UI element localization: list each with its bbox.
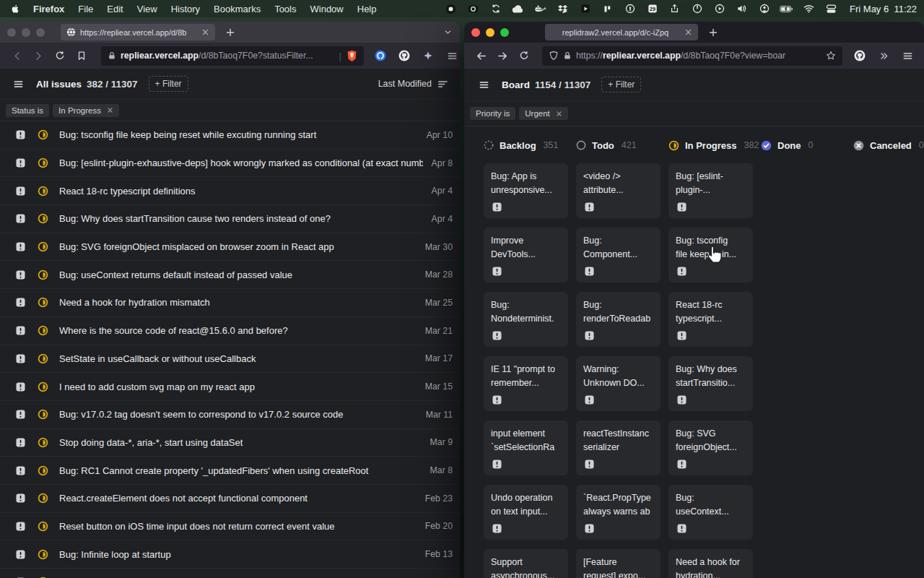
- app-menu-icon[interactable]: [479, 79, 489, 90]
- camera-icon[interactable]: [466, 4, 480, 14]
- cloud-icon[interactable]: [511, 4, 525, 14]
- menu-hamburger-icon[interactable]: [898, 46, 917, 65]
- new-tab-button[interactable]: [708, 27, 718, 38]
- menu-help[interactable]: Help: [357, 4, 377, 14]
- extension-sparkle-icon[interactable]: [419, 46, 437, 65]
- board-card[interactable]: [Feature request] expo...: [576, 549, 661, 578]
- forward-button[interactable]: [493, 46, 512, 65]
- chip-close-icon[interactable]: [556, 111, 562, 117]
- onepassword-extension-icon[interactable]: [371, 46, 390, 65]
- issue-row[interactable]: React.createElement does not accept func…: [0, 485, 460, 513]
- board-card[interactable]: Undo operation on text input...: [484, 485, 568, 540]
- menu-tools[interactable]: Tools: [274, 4, 296, 14]
- minimize-window-button[interactable]: [22, 28, 30, 37]
- menu-bar-clock[interactable]: Fri May 6 11:22: [850, 4, 917, 14]
- reload-button[interactable]: [51, 46, 69, 65]
- play-circle-icon[interactable]: [712, 4, 726, 14]
- issue-row[interactable]: Bug: [eslint-plugin-exhaustive-deps] hoo…: [0, 150, 460, 178]
- user-switch-icon[interactable]: [824, 4, 838, 14]
- menu-view[interactable]: View: [137, 4, 157, 14]
- issue-row[interactable]: [DevTools Bug] Unsupported Bridge operat…: [0, 569, 460, 578]
- filter-chip[interactable]: Status is: [6, 104, 49, 117]
- browser-tab[interactable]: https://repliear.vercel.app/d/8b: [61, 24, 215, 40]
- tab-close-icon[interactable]: [201, 28, 209, 36]
- board-card[interactable]: Bug: Component...: [576, 228, 661, 282]
- filter-chip[interactable]: Priority is: [470, 107, 515, 120]
- minimize-window-button[interactable]: [486, 28, 494, 37]
- board-card[interactable]: Warning: Unknown DO...: [576, 356, 661, 411]
- tab-overflow-chevron-icon[interactable]: [443, 27, 453, 37]
- issue-row[interactable]: React 18-rc typescript definitions Apr 4: [0, 177, 460, 205]
- issue-row[interactable]: Bug: RC1 Cannot create property '_update…: [0, 457, 460, 485]
- issue-row[interactable]: Bug: SVG foreignObject misplaced on brow…: [0, 233, 460, 262]
- battery-charging-icon[interactable]: [780, 5, 793, 13]
- chip-close-icon[interactable]: [107, 107, 113, 113]
- bookmark-icon[interactable]: [72, 46, 91, 65]
- keyhole-circle-icon[interactable]: [623, 4, 637, 14]
- issue-row[interactable]: I need to add custom svg map on my react…: [0, 373, 460, 401]
- add-filter-button[interactable]: + Filter: [601, 77, 641, 92]
- zoom-window-button[interactable]: [36, 28, 45, 37]
- bookmark-star-icon[interactable]: [826, 51, 836, 61]
- reload-button[interactable]: [515, 46, 533, 65]
- menu-window[interactable]: Window: [310, 4, 344, 14]
- github-extension-icon[interactable]: [850, 46, 869, 65]
- dropbox-icon[interactable]: [556, 4, 570, 14]
- board-card[interactable]: <video /> attribute...: [576, 163, 661, 218]
- wifi-icon[interactable]: [802, 4, 816, 13]
- board-card[interactable]: input element `setSelectionRa: [484, 420, 568, 475]
- close-window-button[interactable]: [471, 28, 480, 37]
- issue-row[interactable]: Bug: v17.0.2 tag doesn't seem to corresp…: [0, 401, 460, 429]
- board-card[interactable]: Bug: tsconfig file keep bein...: [668, 228, 753, 282]
- issue-row[interactable]: Bug: useContext returns default instead …: [0, 261, 460, 289]
- issue-row[interactable]: SetState in useCallback or without useCa…: [0, 345, 460, 374]
- board-card[interactable]: reactTestInstanc serializer: [576, 420, 661, 475]
- share-icon[interactable]: [668, 4, 681, 14]
- board-card[interactable]: Bug: App is unresponsive...: [484, 163, 568, 218]
- filter-chip[interactable]: In Progress: [53, 104, 119, 117]
- board-card[interactable]: Bug: Why does startTransitio...: [668, 356, 753, 411]
- board-card[interactable]: Bug: [eslint- plugin-...: [668, 163, 753, 218]
- board-card[interactable]: Need a hook for hydration...: [668, 549, 753, 578]
- board-card[interactable]: Improve DevTools...: [484, 228, 568, 282]
- board-card[interactable]: `React.PropType always warns ab: [576, 485, 661, 540]
- tab-close-icon[interactable]: [684, 28, 692, 36]
- issue-row[interactable]: Reset button on iOS time input does not …: [0, 513, 460, 541]
- github-extension-icon[interactable]: [395, 46, 414, 65]
- board-card[interactable]: Bug: Nondeterminist.: [484, 292, 568, 347]
- calendar-29-icon[interactable]: 29: [645, 4, 659, 14]
- board-card[interactable]: Bug: renderToReadab: [576, 292, 661, 347]
- address-bar[interactable]: https://repliear.vercel.app/d/8bTaoq7F0e…: [542, 46, 842, 66]
- issue-row[interactable]: Bug: Infinite loop at startup Feb 13: [0, 540, 460, 569]
- zoom-window-button[interactable]: [500, 28, 509, 37]
- menu-history[interactable]: History: [171, 4, 200, 14]
- board-card[interactable]: Bug: SVG foreignObject...: [668, 420, 753, 475]
- sync-arrows-icon[interactable]: [489, 4, 502, 14]
- menu-hamburger-icon[interactable]: [443, 46, 460, 65]
- volume-icon[interactable]: [735, 4, 749, 14]
- issue-row[interactable]: Need a hook for hydration mismatch Mar 2…: [0, 289, 460, 317]
- browser-tab[interactable]: replidraw2.vercel.app/d/c-iZpq: [545, 24, 698, 40]
- add-filter-button[interactable]: + Filter: [149, 76, 188, 92]
- menu-firefox[interactable]: Firefox: [33, 4, 64, 14]
- issue-row[interactable]: Where is the source code of react@15.6.0…: [0, 317, 460, 345]
- new-tab-button[interactable]: [225, 27, 235, 38]
- app-menu-icon[interactable]: [13, 79, 24, 90]
- apple-logo-icon[interactable]: [10, 4, 19, 14]
- menu-file[interactable]: File: [78, 4, 93, 14]
- issue-row[interactable]: Bug: Why does startTransition cause two …: [0, 205, 460, 233]
- power-circle-icon[interactable]: [690, 4, 704, 14]
- person-circle-icon[interactable]: [757, 4, 771, 14]
- docker-icon[interactable]: [533, 4, 547, 13]
- back-button[interactable]: [471, 46, 490, 65]
- board-card[interactable]: Support asynchronous...: [484, 549, 568, 578]
- stats-bars-icon[interactable]: [601, 4, 614, 14]
- play-square-icon[interactable]: [578, 4, 592, 14]
- overflow-chevrons-icon[interactable]: [874, 46, 893, 65]
- record-icon[interactable]: [444, 4, 458, 14]
- menu-bookmarks[interactable]: Bookmarks: [214, 4, 261, 14]
- issue-row[interactable]: Stop doing data-*, aria-*, start using d…: [0, 429, 460, 457]
- board-card[interactable]: Bug: useContext...: [668, 485, 753, 540]
- sort-control[interactable]: Last Modified: [378, 79, 451, 90]
- issue-row[interactable]: Bug: tsconfig file keep being reset whil…: [0, 121, 460, 150]
